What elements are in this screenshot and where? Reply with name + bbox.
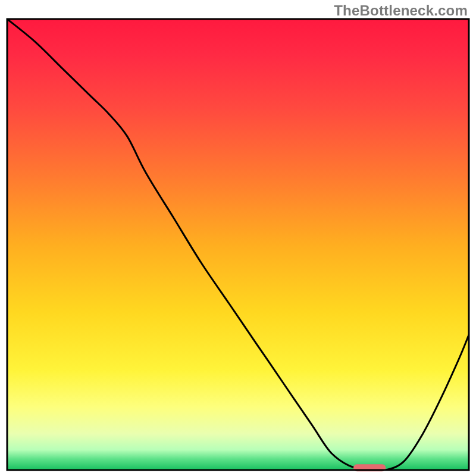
chart-container: TheBottleneck.com (0, 0, 476, 476)
plot-background (7, 19, 469, 470)
bottleneck-plot (0, 0, 476, 476)
